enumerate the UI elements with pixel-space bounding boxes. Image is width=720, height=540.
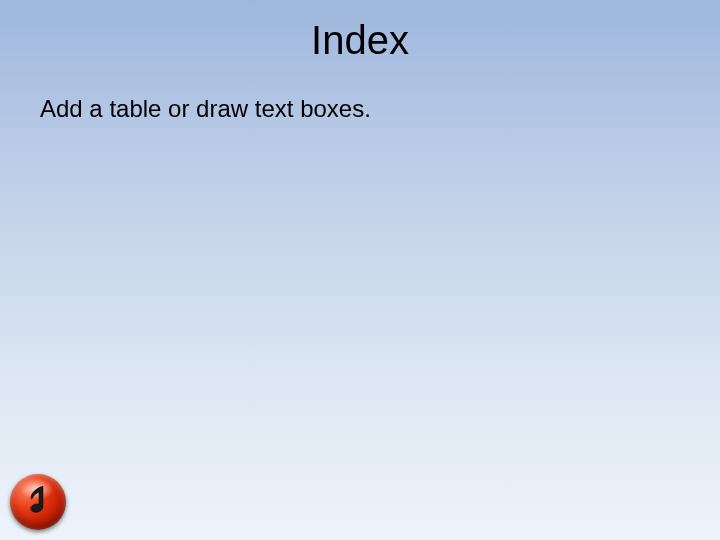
note-glyph: [23, 484, 53, 518]
slide-title: Index: [0, 18, 720, 63]
slide: Index Add a table or draw text boxes.: [0, 0, 720, 540]
music-note-icon[interactable]: [10, 474, 66, 530]
icon-orb: [10, 474, 66, 530]
slide-body-text: Add a table or draw text boxes.: [40, 95, 371, 123]
